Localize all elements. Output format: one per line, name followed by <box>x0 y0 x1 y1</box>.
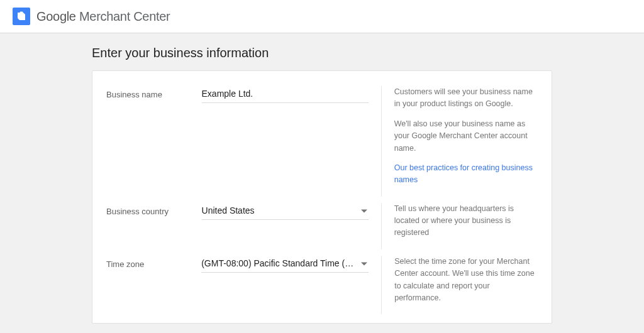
business-name-help: Customers will see your business name in… <box>381 86 538 197</box>
time-zone-value: (GMT-08:00) Pacific Standard Time (Lo… <box>201 258 369 268</box>
business-name-input[interactable]: Example Ltd. <box>202 86 369 103</box>
time-zone-label: Time zone <box>106 256 201 269</box>
help-text: Tell us where your headquarters is locat… <box>394 203 538 239</box>
business-country-input-col: United States <box>202 203 381 220</box>
business-country-value: United States <box>202 205 369 216</box>
time-zone-select[interactable]: (GMT-08:00) Pacific Standard Time (Lo… <box>201 256 369 273</box>
time-zone-row: Time zone (GMT-08:00) Pacific Standard T… <box>106 256 538 315</box>
business-country-label: Business country <box>106 203 202 216</box>
business-name-label: Business name <box>106 86 202 99</box>
business-name-input-col: Example Ltd. <box>202 86 381 103</box>
app-header: Google Merchant Center <box>0 0 644 33</box>
best-practices-link[interactable]: Our best practices for creating business… <box>394 163 533 184</box>
content-area: Enter your business information Business… <box>0 33 644 333</box>
app-title: Google Merchant Center <box>36 9 170 24</box>
help-text: We'll also use your business name as you… <box>394 118 538 155</box>
business-country-select[interactable]: United States <box>202 203 369 220</box>
page-title: Enter your business information <box>92 46 552 60</box>
merchant-center-logo-icon <box>13 8 30 25</box>
time-zone-input-col: (GMT-08:00) Pacific Standard Time (Lo… <box>201 256 381 273</box>
help-text: Select the time zone for your Merchant C… <box>394 256 538 305</box>
brand-bold: Google <box>36 9 76 23</box>
business-name-row: Business name Example Ltd. Customers wil… <box>106 86 538 197</box>
business-country-row: Business country United States Tell us w… <box>106 203 538 249</box>
business-info-card: Business name Example Ltd. Customers wil… <box>92 70 552 324</box>
chevron-down-icon <box>361 262 367 265</box>
time-zone-help: Select the time zone for your Merchant C… <box>381 256 538 315</box>
help-text: Customers will see your business name in… <box>394 86 538 111</box>
business-country-help: Tell us where your headquarters is locat… <box>381 203 538 249</box>
svg-rect-0 <box>20 12 23 14</box>
business-name-value: Example Ltd. <box>202 89 369 99</box>
chevron-down-icon <box>361 209 367 212</box>
brand-light: Merchant Center <box>76 9 170 23</box>
